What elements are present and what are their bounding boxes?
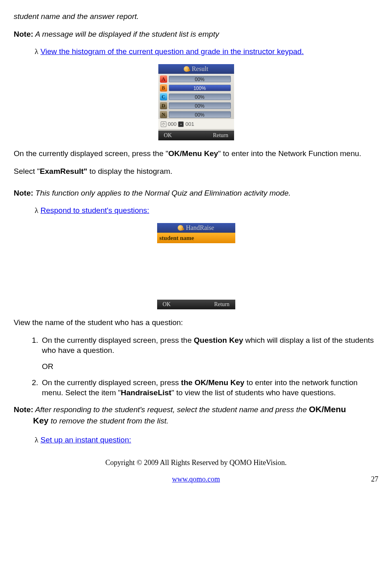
handraiselist-term: HandraiseList (121, 388, 172, 397)
link-setup-instant-question[interactable]: Set up an instant question: (41, 436, 131, 444)
note-2: Note: This function only applies to the … (14, 188, 378, 198)
lambda-icon: λ (35, 436, 38, 444)
result-row: N 00% (158, 110, 234, 119)
result-row: C 00% (158, 92, 234, 101)
status-icon-card: ▪ (178, 121, 184, 127)
result-pct: 00% (169, 94, 230, 100)
footer-url-link[interactable]: www.qomo.com (30, 474, 362, 484)
device-title-bar: HandRaise (157, 223, 235, 233)
result-bar: 00% (169, 111, 231, 118)
result-status-row: ⏱ 000 ▪ 001 (158, 119, 234, 129)
result-bar: 00% (169, 76, 231, 82)
text: " to view the list of students who have … (171, 388, 336, 397)
result-body: A 00% B 100% C 00% (158, 74, 234, 131)
result-pct: 00% (169, 103, 230, 109)
result-pct: 00% (169, 112, 230, 118)
note-3: Note: After responding to the student's … (14, 404, 378, 427)
note-label: Note: (14, 30, 33, 38)
examresult-term: ExamResult" (40, 167, 87, 175)
para-view-student-name: View the name of the student who has a q… (14, 317, 378, 328)
note-text-2: to remove the student from the list. (49, 417, 169, 425)
device-title: Result (192, 65, 208, 73)
result-bar: 00% (169, 94, 231, 100)
note-text: This function only applies to the Normal… (33, 189, 291, 197)
lambda-icon: λ (35, 47, 38, 56)
step-2: On the currently displayed screen, press… (40, 377, 378, 398)
text: On the currently displayed screen, press… (42, 336, 194, 344)
ok-menu-key-term: the OK/Menu Key (181, 378, 244, 387)
device-handraise-screen: HandRaise student name OK Return (157, 223, 235, 309)
option-letter: A (160, 75, 167, 83)
note-label: Note: (14, 189, 33, 197)
lambda-icon: λ (35, 206, 38, 215)
option-letter: B (160, 84, 167, 92)
intro-line: student name and the answer report. (14, 11, 378, 22)
steps-list: On the currently displayed screen, press… (27, 335, 378, 356)
text: On the currently displayed screen, press… (14, 149, 168, 158)
result-row: A 00% (158, 75, 234, 83)
option-letter: N (160, 111, 167, 118)
link-view-histogram[interactable]: View the histogram of the current questi… (41, 47, 304, 56)
device-return-label: Return (214, 301, 229, 309)
status-icon-clock: ⏱ (161, 121, 166, 127)
para-ok-menu: On the currently displayed screen, press… (14, 148, 378, 159)
option-letter: C (160, 93, 167, 100)
note-text: A message will be displayed if the stude… (33, 30, 219, 38)
result-bar: 100% (169, 85, 231, 91)
device-title-bar: Result (158, 64, 234, 74)
footer-copyright: Copyright © 2009 All Rights Reserved by … (14, 458, 378, 467)
steps-list-2: On the currently displayed screen, press… (27, 377, 378, 398)
handraise-icon (178, 225, 183, 231)
text: to display the histogram. (87, 167, 172, 175)
or-separator: OR (42, 361, 378, 372)
device-result-screen: Result A 00% B 100% C 0 (158, 64, 234, 141)
result-row: B 100% (158, 83, 234, 92)
handraise-body: student name (157, 233, 235, 300)
note-1: Note: A message will be displayed if the… (14, 29, 378, 40)
device-return-label: Return (213, 132, 228, 140)
handraise-student-row: student name (157, 233, 235, 243)
device-ok-label: OK (163, 301, 171, 309)
status-left: 000 (168, 121, 177, 128)
note-text: After responding to the student's reques… (33, 405, 309, 414)
bullet-instant: λ Set up an instant question: (35, 435, 378, 445)
device-ok-label: OK (164, 132, 172, 140)
ok-menu-key-term: OK/Menu Key (168, 149, 218, 158)
bullet-histogram: λ View the histogram of the current ques… (35, 46, 378, 57)
device-result-figure: Result A 00% B 100% C 0 (14, 64, 378, 141)
footer-row: www.qomo.com 27 (14, 474, 378, 484)
result-icon (184, 66, 189, 72)
device-footer: OK Return (157, 300, 235, 309)
para-select-examresult: Select "ExamResult" to display the histo… (14, 166, 378, 177)
device-handraise-figure: HandRaise student name OK Return (14, 223, 378, 309)
ok-menu-key-big: OK/Menu (309, 405, 346, 414)
step-1: On the currently displayed screen, press… (40, 335, 378, 356)
result-pct: 00% (169, 76, 230, 83)
text: On the currently displayed screen, press (42, 378, 181, 387)
device-title: HandRaise (186, 223, 214, 232)
key-word: Key (33, 416, 49, 425)
device-footer: OK Return (158, 131, 234, 140)
text: Select " (14, 167, 40, 175)
bullet-respond: λ Respond to student's questions: (35, 205, 378, 216)
text: " to enter into the Network Function men… (218, 149, 361, 158)
note-label: Note: (14, 405, 33, 414)
question-key-term: Question Key (194, 336, 243, 344)
result-bar: 00% (169, 102, 231, 109)
option-letter: D (160, 102, 167, 109)
page-number: 27 (362, 474, 378, 484)
link-respond-questions[interactable]: Respond to student's questions: (41, 206, 149, 215)
result-row: D 00% (158, 101, 234, 110)
status-right: 001 (185, 121, 194, 128)
result-pct: 100% (169, 85, 230, 92)
